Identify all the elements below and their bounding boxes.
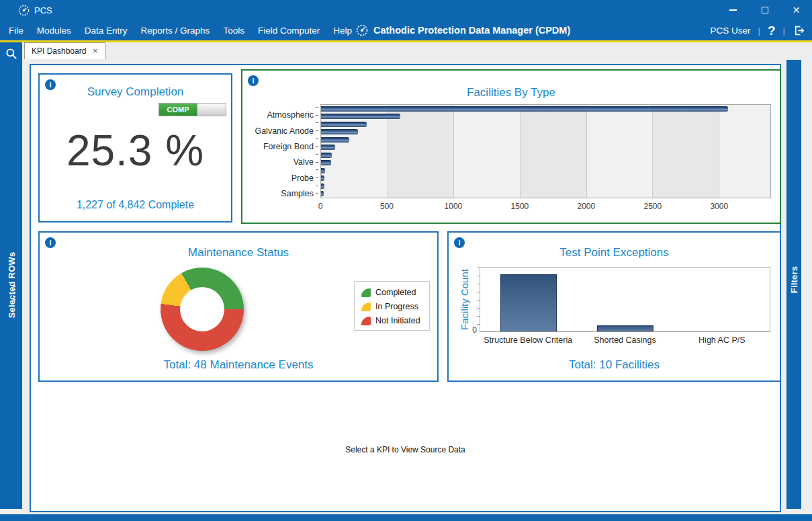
user-area: PCS User | ? | (711, 20, 805, 40)
bar (597, 325, 653, 332)
kpi-facilities-by-type[interactable]: i Facilities By Type AtmosphericGalvanic… (241, 69, 781, 224)
help-button[interactable]: ? (768, 24, 776, 37)
user-menu[interactable]: PCS User (711, 26, 751, 36)
legend-swatch (361, 303, 371, 311)
bar (321, 129, 358, 134)
category-label: Atmospheric (242, 110, 318, 120)
category-label (242, 120, 318, 126)
app-window: PCS ✕ FileModulesData EntryReports / Gra… (0, 0, 812, 521)
menu-item[interactable]: Modules (30, 26, 78, 36)
category-label (242, 151, 318, 157)
panel-title: Facilities By Type (242, 86, 780, 99)
separator: | (783, 26, 785, 36)
kpi-maintenance-status[interactable]: i Maintenance Status CompletedIn Progres… (38, 231, 439, 382)
bar-slot (577, 268, 674, 331)
search-button[interactable] (0, 42, 22, 65)
filters-label: Filters (789, 266, 799, 293)
tab-kpi-dashboard[interactable]: KPI Dashboard ✕ (24, 42, 105, 59)
facilities-ylabels: AtmosphericGalvanic AnodeForeign BondVal… (242, 104, 318, 198)
bar (321, 175, 324, 181)
survey-subtitle: 1,227 of 4,842 Complete (40, 199, 231, 211)
bar-slot (480, 268, 577, 331)
maximize-icon (762, 7, 768, 13)
minimize-icon (729, 9, 737, 11)
survey-type-toggle[interactable]: COMP (159, 103, 226, 116)
category-label: Samples (242, 189, 318, 198)
bar (321, 137, 349, 143)
bar-row (321, 136, 770, 144)
legend-label: In Progress (375, 302, 418, 311)
tab-label: KPI Dashboard (32, 46, 86, 56)
logout-button[interactable] (793, 24, 805, 37)
minimize-button[interactable] (717, 0, 749, 20)
testpoints-bars (480, 268, 770, 331)
x-tick-label: 2500 (643, 202, 662, 211)
testpoints-ylabel: Facility Count (453, 267, 476, 332)
category-label: Probe (242, 173, 318, 183)
close-button[interactable]: ✕ (780, 0, 812, 20)
dashboard-content: i Survey Completion COMP 25.3 % 1,227 of… (30, 64, 781, 512)
menu-item[interactable]: Data Entry (78, 26, 134, 36)
category-label: Valve (242, 157, 318, 167)
testpoints-plot (480, 267, 770, 332)
category-label (242, 183, 318, 189)
category-label: Structure Below Criteria (480, 335, 576, 345)
x-tick-label: 3000 (710, 202, 728, 211)
bar (500, 274, 557, 332)
menu-item[interactable]: File (2, 26, 30, 36)
bar (321, 160, 331, 165)
kpi-test-point-exceptions[interactable]: i Test Point Exceptions Facility Count 0… (447, 231, 781, 382)
bar-row (321, 190, 770, 198)
info-icon[interactable]: i (248, 75, 259, 86)
tab-close-icon[interactable]: ✕ (92, 48, 97, 54)
kpi-source-hint: Select a KPI to View Source Data (31, 445, 780, 454)
x-tick-label: 2000 (578, 202, 596, 211)
testpoints-xlabels: Structure Below CriteriaShorted CasingsH… (480, 335, 770, 345)
facilities-xaxis: 050010001500200025003000 (320, 202, 771, 212)
testpoints-total: Total: 10 Facilities (449, 358, 780, 372)
testpoints-zero-tick: 0 (467, 325, 477, 335)
app-title: Cathodic Protection Data Manager (CPDM) (373, 25, 570, 36)
bar-row (321, 105, 770, 113)
selected-rows-flyout-handle[interactable]: Selected ROWs (0, 42, 22, 509)
cpdm-logo-icon (356, 24, 368, 36)
panel-title: Survey Completion (40, 85, 231, 99)
toggle-on-label: COMP (159, 104, 197, 116)
category-label: High AC P/S (674, 335, 770, 345)
window-title: PCS (34, 5, 52, 15)
bar (321, 153, 332, 158)
menubar: FileModulesData EntryReports / GraphsToo… (0, 20, 812, 42)
maximize-button[interactable] (749, 0, 780, 20)
survey-percent-value: 25.3 % (40, 126, 231, 175)
tab-bar: KPI Dashboard ✕ (22, 42, 812, 59)
pcs-logo-icon (18, 5, 30, 16)
bar-row (321, 167, 770, 175)
bar (321, 168, 325, 173)
facilities-plot (320, 104, 771, 198)
bar-slot (673, 268, 770, 331)
menu-item[interactable]: Help (326, 26, 359, 36)
y-axis-ticks (477, 268, 480, 331)
maintenance-legend: CompletedIn ProgressNot Initiated (354, 281, 430, 331)
bar-row (321, 120, 770, 128)
titlebar: PCS ✕ (0, 0, 812, 20)
bar-row (321, 175, 770, 183)
legend-item: In Progress (361, 302, 424, 311)
toggle-off-segment (197, 104, 226, 116)
bar (321, 114, 400, 119)
menu-item[interactable]: Field Computer (251, 26, 326, 36)
bar-row (321, 128, 770, 136)
bar (321, 184, 324, 189)
category-label (242, 104, 318, 110)
menu-item[interactable]: Tools (216, 26, 251, 36)
facilities-bar-series (321, 105, 770, 198)
kpi-survey-completion[interactable]: i Survey Completion COMP 25.3 % 1,227 of… (38, 73, 232, 223)
bar-row (321, 159, 770, 167)
maintenance-total: Total: 48 Maintenance Events (40, 358, 437, 372)
legend-swatch (361, 288, 371, 297)
menu-item[interactable]: Reports / Graphs (134, 26, 217, 36)
window-bottom-frame (0, 514, 812, 521)
panel-title: Maintenance Status (40, 246, 437, 259)
category-label: Galvanic Anode (242, 126, 318, 136)
filters-flyout-handle[interactable]: Filters (786, 60, 801, 509)
